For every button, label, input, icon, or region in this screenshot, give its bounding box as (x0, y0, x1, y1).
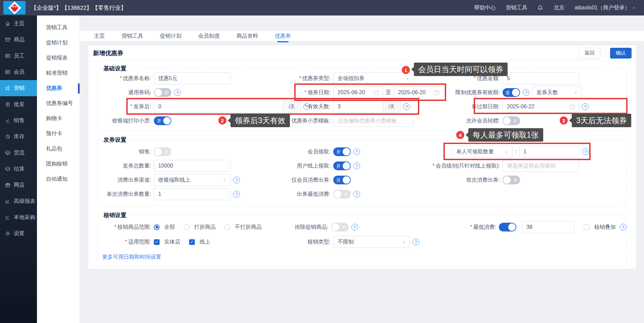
allow-transfer-toggle[interactable]: 关 (503, 116, 520, 125)
expire-date-input[interactable]: 2025-06-22 (503, 101, 579, 113)
sidebar-item-settlement[interactable]: 结算 (0, 161, 37, 177)
confirm-button[interactable]: 确认 (610, 48, 632, 59)
scope-radio-discounted[interactable] (184, 224, 189, 230)
member-only-toggle[interactable]: 开 (333, 176, 351, 184)
scope-option-discounted[interactable]: 打折商品 (194, 224, 216, 231)
notification-bell-icon[interactable] (537, 5, 544, 11)
submenu-precision-marketing[interactable]: 精准营销 (37, 66, 80, 81)
validity-mode-select[interactable]: 发券天数∨ (532, 86, 582, 99)
help-icon[interactable]: ? (174, 89, 181, 96)
submenu-coupon-code[interactable]: 优惠券编号 (37, 96, 80, 111)
submenu-coupon[interactable]: 优惠券 (37, 81, 80, 96)
exclude-promo-toggle[interactable]: 关 (331, 223, 349, 231)
redeem-stack-label[interactable]: 核销叠加 (594, 224, 616, 231)
receive-date-from-input[interactable]: 2025-06-20 (333, 86, 383, 99)
tab-member-system[interactable]: 会员制度 (198, 33, 220, 40)
ticket-template-input[interactable]: 点击编辑优惠券小票模板 (333, 115, 413, 127)
submenu-promo-plan[interactable]: 促销计划 (37, 35, 80, 50)
help-icon[interactable]: ? (403, 103, 410, 110)
range-checkbox-store[interactable]: ✓ (154, 239, 160, 245)
channel-select[interactable]: 收银端和线上∨ (154, 174, 230, 186)
redeem-type-select[interactable]: 不限制∨ (333, 236, 410, 248)
scope-option-all[interactable]: 全部 (164, 224, 175, 231)
per-txn-input[interactable]: 1 (154, 188, 230, 200)
online-receive-toggle[interactable]: 开 (333, 162, 351, 170)
total-qty-label: 发券总数量: (102, 163, 151, 170)
scope-radio-all[interactable] (154, 224, 160, 230)
sale-toggle[interactable]: 关 (154, 147, 171, 156)
submenu-marketing-tools[interactable]: 营销工具 (37, 20, 80, 35)
min-consume-toggle[interactable] (499, 223, 516, 231)
sidebar-item-sales[interactable]: 销售 (0, 112, 37, 129)
first-purchase-toggle[interactable]: 关 (503, 176, 520, 184)
marketing-tools-link[interactable]: 营销工具 (506, 4, 527, 11)
total-qty-input[interactable]: 10000 (154, 160, 230, 172)
submenu-promo-report[interactable]: 促销报表 (37, 50, 80, 66)
help-icon[interactable]: ? (351, 224, 358, 230)
help-icon[interactable]: ? (620, 224, 627, 230)
help-center-link[interactable]: 帮助中心 (474, 4, 496, 11)
help-icon[interactable]: ? (582, 148, 589, 155)
valid-days-input[interactable]: 3 (333, 101, 383, 113)
scope-radio-non-discounted[interactable] (224, 224, 230, 230)
back-button[interactable]: 返回 (579, 48, 600, 59)
sidebar-item-logistics[interactable]: 货流 (0, 145, 37, 161)
member-receive-toggle[interactable]: 开 (333, 147, 351, 156)
range-option-store[interactable]: 实体店 (164, 239, 180, 246)
submenu-gift-pack[interactable]: 礼品包 (37, 141, 80, 156)
app-logo[interactable]: AIBAO 爱宝 (3, 1, 26, 14)
cube-icon (5, 166, 11, 172)
help-icon[interactable]: ? (582, 103, 589, 110)
coupon-name-input[interactable]: 优惠5元 (154, 72, 230, 84)
help-icon[interactable]: ? (353, 191, 360, 198)
help-icon[interactable]: ? (233, 177, 240, 183)
universal-code-label: 通用券码: (102, 89, 151, 96)
city-selector[interactable]: 北京 (554, 4, 564, 11)
primary-sidebar: 主页 商品 员工 会员 营销 批发 销售 库存 货流 结算 网店 高级 (0, 15, 37, 323)
help-icon[interactable]: ? (353, 148, 360, 155)
min-issue-toggle[interactable]: 关 (333, 190, 351, 199)
sidebar-item-marketing[interactable]: 营销 (0, 80, 37, 96)
sidebar-item-members[interactable]: 会员 (0, 64, 37, 80)
universal-code-toggle[interactable]: 否 (154, 88, 171, 97)
sidebar-item-goods[interactable]: 商品 (0, 32, 37, 48)
sidebar-item-advanced-reports[interactable]: 高级报表 (0, 193, 37, 209)
per-person-qty-input[interactable]: 1 (519, 146, 579, 158)
member-level-input[interactable]: 请选择适用会员级别 (503, 160, 579, 172)
tab-coupon[interactable]: 优惠券 (275, 33, 291, 40)
sidebar-item-local-purchase[interactable]: 本地采购 (0, 209, 37, 225)
tab-marketing-tools[interactable]: 营销工具 (122, 33, 143, 40)
sidebar-item-home[interactable]: 主页 (0, 15, 37, 32)
sidebar-item-inventory[interactable]: 库存 (0, 129, 37, 145)
help-icon[interactable]: ? (353, 163, 360, 169)
account-menu[interactable]: aibaols01（商户登录） ∨ (574, 4, 635, 11)
sidebar-item-wholesale[interactable]: 批发 (0, 96, 37, 112)
more-datetime-settings-link[interactable]: 更多可用日期和时间设置 (98, 254, 627, 261)
per-person-qty-select[interactable]: 单人可领取数量∨ (452, 146, 512, 158)
submenu-prepaid-card[interactable]: 预付卡 (37, 126, 80, 141)
help-icon[interactable]: ? (413, 239, 419, 245)
breadcrumb-tabs: 主页 营销工具 促销计划 会员制度 商品资料 优惠券 (80, 31, 644, 41)
submenu-group-buy-redeem[interactable]: 团购核销 (37, 156, 80, 172)
limit-validity-toggle[interactable]: 是 (503, 88, 520, 97)
sidebar-item-settings[interactable]: 设置 (0, 225, 37, 242)
tab-home[interactable]: 主页 (94, 33, 105, 40)
coupon-type-select[interactable]: 全场抵扣券∨ (333, 72, 413, 84)
sidebar-item-staff[interactable]: 员工 (0, 48, 37, 64)
scope-option-non-discounted[interactable]: 不打折商品 (235, 224, 262, 231)
submenu-shopping-card[interactable]: 购物卡 (37, 111, 80, 126)
submenu-auto-notify[interactable]: 自动通知 (37, 172, 80, 187)
tab-goods-data[interactable]: 商品资料 (237, 33, 258, 40)
min-consume-input[interactable]: 38 (522, 221, 574, 233)
print-ticket-toggle[interactable]: 开 (154, 116, 171, 125)
redeem-stack-checkbox[interactable] (584, 224, 590, 230)
help-icon[interactable]: ? (523, 89, 529, 96)
tab-promo-plan[interactable]: 促销计划 (160, 33, 181, 40)
help-icon[interactable]: ? (233, 191, 240, 198)
range-checkbox-online[interactable]: ✓ (189, 239, 195, 245)
amount-label: *优惠金额: (423, 75, 500, 82)
after-issue-input[interactable]: 0 (154, 101, 283, 113)
sidebar-item-online-shop[interactable]: 网店 (0, 177, 37, 193)
amount-input[interactable]: 5 (503, 72, 579, 84)
range-option-online[interactable]: 线上 (200, 239, 210, 246)
